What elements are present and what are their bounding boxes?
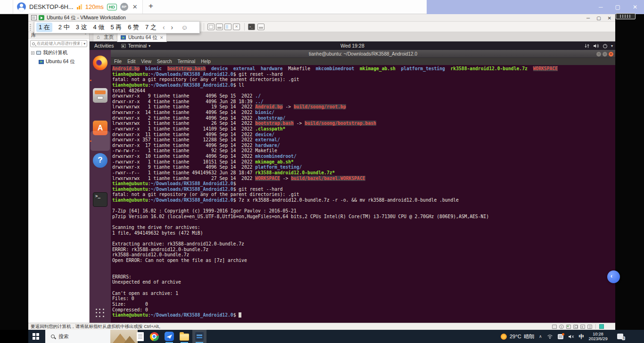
cdrom-icon[interactable] [559, 325, 564, 329]
terminal-menu-file[interactable]: File [114, 59, 122, 64]
terminal-body[interactable]: Android.bp bionic bootstrap.bash device … [111, 65, 615, 323]
app-close-button[interactable]: ✕ [633, 4, 637, 10]
files-icon[interactable] [93, 88, 107, 103]
usb-icon[interactable] [587, 325, 592, 329]
help-icon[interactable] [93, 153, 107, 168]
taskbar-weather[interactable]: 29°C 晴朗 [501, 330, 535, 343]
app-maximize-button[interactable]: ▢ [615, 4, 620, 10]
terminal-menu-edit[interactable]: Edit [127, 59, 135, 64]
notification-center-icon[interactable]: 3 [617, 334, 623, 339]
tab-home-label: 主页 [104, 34, 114, 41]
terminal-text: tianhe@ubuntu [112, 312, 148, 318]
terminal-text: external [233, 66, 256, 71]
new-tab-button[interactable]: + [149, 1, 153, 11]
hd-badge[interactable]: HD [107, 4, 117, 10]
terminal-menu-search[interactable]: Search [157, 59, 172, 64]
network-adapter-icon[interactable] [566, 325, 571, 329]
terminal-close-button[interactable]: ✕ [609, 52, 613, 57]
terminal-line: drwxrwxr-x 10 tianhe tianhe 4096 Sep 14 … [112, 154, 615, 159]
sound-icon[interactable] [580, 325, 585, 329]
taskbar-search-input[interactable]: 搜索 [45, 330, 138, 343]
remote-toolbar-grip[interactable] [616, 13, 636, 19]
app-menu-terminal[interactable]: Terminal ▾ [121, 43, 150, 49]
taskbar-notepad-icon[interactable] [133, 330, 147, 343]
show-library-icon[interactable] [207, 24, 215, 30]
taskbar-chrome-icon[interactable] [147, 330, 161, 343]
terminal-menu-terminal[interactable]: Terminal [178, 59, 196, 64]
tree-item-my-computer[interactable]: 我的计算机 [31, 49, 89, 56]
power-icon [603, 43, 608, 49]
tray-expand-icon[interactable]: ∧ [539, 334, 542, 339]
taskbar-explorer-icon[interactable] [177, 330, 191, 343]
weather-temp: 29°C [510, 334, 521, 339]
ubuntu-screen: Activities Terminal ▾ Wed 19:28 ▾ [90, 41, 615, 323]
taskbar-todesk-icon[interactable] [162, 330, 176, 343]
toolbar-grip-icon[interactable] [30, 23, 31, 31]
show-applications-icon[interactable] [96, 309, 105, 318]
device-status-icons [552, 324, 604, 329]
terminal-menu-help[interactable]: Help [201, 59, 211, 64]
ime-candidate-7[interactable]: 7 之 [145, 23, 157, 32]
taskbar-vmware-icon[interactable] [192, 330, 206, 343]
terminal-minimize-button[interactable]: − [596, 52, 601, 57]
show-sidebar-icon[interactable] [224, 24, 231, 30]
emoji-icon[interactable]: ☺ [181, 24, 188, 31]
printer-icon[interactable] [573, 325, 578, 329]
tree-item-ubuntu-vm[interactable]: Ubuntu 64 位 [39, 58, 89, 65]
terminal-titlebar[interactable]: tianhe@ubuntu: ~/Downloads/RK3588_Androi… [111, 50, 615, 58]
tab-close-icon[interactable]: ✕ [132, 3, 138, 10]
ime-prev-icon[interactable]: ‹ [163, 24, 165, 31]
tab-close-icon[interactable]: ✕ [160, 35, 164, 40]
show-thumbnail-bar-icon[interactable] [216, 24, 223, 30]
app-menu-label: Terminal [128, 43, 147, 49]
terminal-text: ERRORS: [112, 274, 132, 279]
terminal-text: ../ [255, 99, 264, 104]
library-search-input[interactable]: 在此处键入内容进行搜索 ▾ [30, 40, 87, 47]
terminal-line: Android.bp bionic bootstrap.bash device … [112, 66, 615, 72]
ime-candidate-5[interactable]: 5 再 [110, 23, 122, 32]
console-view-icon[interactable] [248, 24, 255, 30]
ubuntu-dock [90, 50, 111, 323]
ime-candidate-2[interactable]: 2 中 [58, 23, 70, 32]
app-minimize-button[interactable]: ─ [599, 4, 603, 10]
ime-next-icon[interactable]: › [171, 24, 173, 31]
taskbar-clock[interactable]: 10:28 2023/6/29 [589, 332, 608, 341]
vmware-minimize-button[interactable]: ─ [586, 16, 590, 21]
terminal-dock-icon[interactable] [93, 192, 107, 207]
collapse-icon[interactable]: ˆ [85, 33, 86, 38]
firefox-icon[interactable] [93, 56, 107, 70]
harddisk-icon[interactable] [552, 325, 557, 329]
mail-notification-icon[interactable] [558, 334, 563, 339]
ime-candidate-1[interactable]: 1 在 [36, 23, 52, 32]
terminal-maximize-button[interactable]: ▫ [603, 52, 607, 57]
ime-mode-indicator[interactable]: 中 [579, 333, 584, 340]
remote-panel-toggle-button[interactable]: ‹ [607, 270, 620, 283]
ime-candidate-6[interactable]: 6 赞 [128, 23, 139, 32]
search-dropdown-icon[interactable]: ▾ [82, 42, 85, 46]
terminal-text: $ [233, 312, 239, 318]
volume-muted-icon[interactable] [568, 334, 574, 339]
terminal-menu-view[interactable]: View [141, 59, 151, 64]
terminal-line: -rwxrwxr-x 1 tianhe tianhe 14109 Sep 14 … [112, 126, 615, 132]
tab-ubuntu-vm[interactable]: Ubuntu 64 位 ✕ [117, 33, 167, 42]
terminal-text: 1 file, 494149632 bytes (472 MiB) [112, 230, 203, 236]
fullscreen-icon[interactable] [233, 24, 240, 30]
unity-view-icon[interactable] [257, 24, 264, 30]
ime-candidate-3[interactable]: 3 这 [76, 23, 87, 32]
gnome-system-tray[interactable]: ▾ [584, 41, 613, 50]
rp-badge[interactable]: RP [120, 3, 128, 11]
gnome-clock[interactable]: Wed 19:28 [90, 43, 615, 49]
ime-candidate-4[interactable]: 4 做 [93, 23, 105, 32]
remote-session-tab[interactable]: DESKTOP-6H... 120ms HD RP ✕ [13, 0, 143, 14]
terminal-text: tianhe@ubuntu [112, 187, 148, 192]
vmware-close-button[interactable]: ✕ [608, 16, 611, 21]
terminal-text: bionic/ [255, 110, 274, 115]
wifi-icon[interactable] [547, 334, 553, 339]
statusbar-separator [595, 324, 596, 329]
vmware-maximize-button[interactable]: ▢ [596, 16, 601, 21]
terminal-line: Scanning the drive for archives: [112, 225, 615, 230]
vm-message-icon[interactable] [599, 324, 604, 329]
vmware-titlebar[interactable]: Ubuntu 64 位 - VMware Workstation ─ ▢ ✕ [28, 14, 615, 22]
start-button[interactable] [33, 333, 39, 340]
tree-expander-icon[interactable] [31, 51, 34, 55]
